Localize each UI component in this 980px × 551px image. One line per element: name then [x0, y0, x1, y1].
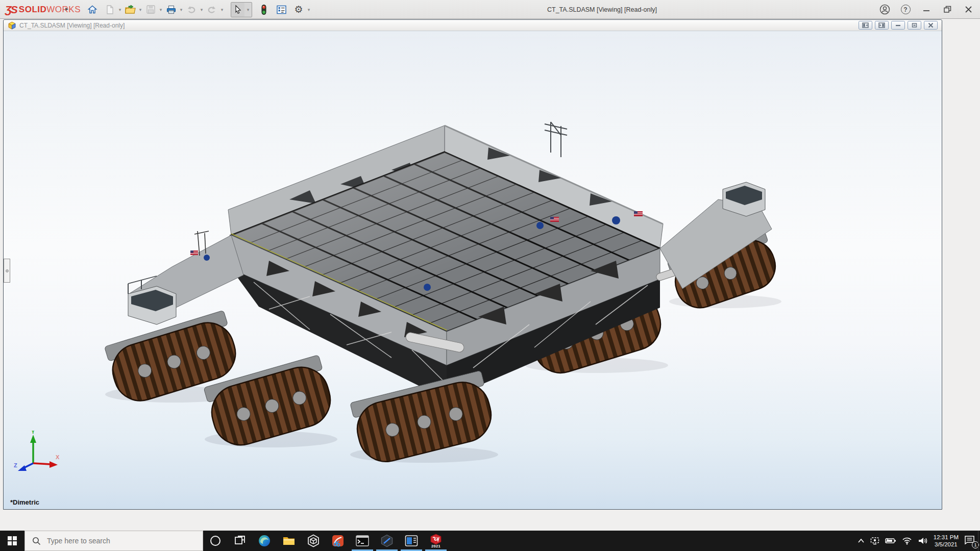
taskbar-icon-solidworks[interactable]: 2021: [424, 531, 448, 551]
help-button[interactable]: ?: [899, 3, 912, 16]
doc-minimize-icon: [895, 22, 901, 28]
taskbar-icon-media-app[interactable]: [399, 531, 424, 551]
featuremanager-splitter-handle[interactable]: [4, 259, 10, 283]
splitter-dot: [6, 269, 9, 272]
new-document-caret[interactable]: ▾: [116, 3, 124, 17]
titlebar-right-controls: ?: [878, 0, 975, 19]
battery-charging-icon[interactable]: [885, 537, 896, 544]
volume-icon[interactable]: [918, 537, 928, 545]
save-button[interactable]: [144, 3, 157, 17]
screen: ƷS SOLIDWORKS ▸ ▾ ▾ ▾ ▾: [0, 0, 980, 551]
print-button[interactable]: [164, 3, 178, 17]
minimize-icon: [923, 6, 930, 13]
rear-crane-mast: [545, 122, 567, 157]
doc-restore-icon: [911, 22, 918, 28]
task-view-icon: [234, 535, 246, 547]
edge-icon: [258, 534, 271, 547]
pane-collapse-left-button[interactable]: [859, 21, 872, 30]
new-document-button[interactable]: [103, 3, 116, 17]
resource-monitor-button[interactable]: [257, 3, 271, 17]
triad-y-label: Y: [31, 431, 35, 435]
snip-sketch-icon: [331, 534, 345, 547]
undo-icon: [186, 5, 197, 14]
redo-button[interactable]: [205, 3, 218, 17]
cortana-icon: [209, 535, 222, 547]
assembly-cube-icon: [8, 21, 16, 30]
pane-collapse-right-icon: [878, 22, 885, 28]
account-button[interactable]: [878, 3, 891, 16]
open-caret[interactable]: ▾: [137, 3, 144, 17]
clock-time: 12:31 PM: [934, 534, 959, 541]
redo-caret[interactable]: ▾: [218, 3, 226, 17]
app-titlebar: ƷS SOLIDWORKS ▸ ▾ ▾ ▾ ▾: [0, 0, 980, 19]
restore-button[interactable]: [941, 3, 954, 16]
action-center-button[interactable]: 1: [964, 535, 978, 547]
main-toolbar: ▾ ▾ ▾ ▾ ▾ ▾: [86, 0, 312, 19]
taskbar-icon-terminal[interactable]: [350, 531, 375, 551]
taskbar-search[interactable]: [24, 531, 203, 551]
doc-close-button[interactable]: [924, 21, 938, 30]
taskbar-icon-cortana[interactable]: [203, 531, 228, 551]
taskbar-icon-file-explorer[interactable]: [277, 531, 301, 551]
taskbar-icon-snip-sketch[interactable]: [326, 531, 350, 551]
tray-expand-chevron-icon[interactable]: [857, 538, 865, 544]
orientation-triad: Y X Z: [13, 431, 62, 473]
close-button[interactable]: [962, 3, 975, 16]
solidworks-year-label: 2021: [431, 544, 440, 548]
taskbar-icon-3dexperience[interactable]: [375, 531, 399, 551]
triad-x-label: X: [56, 454, 60, 460]
print-caret[interactable]: ▾: [178, 3, 185, 17]
app-title: CT_TA.SLDASM [Viewing] [Read-only]: [547, 0, 657, 19]
options-button[interactable]: ⚙: [292, 3, 305, 17]
crawler-transporter-model: [4, 31, 942, 509]
doc-minimize-button[interactable]: [891, 21, 905, 30]
traffic-light-icon: [260, 4, 268, 15]
start-button[interactable]: [0, 531, 24, 551]
menu-expand-arrow-icon[interactable]: ▸: [65, 5, 68, 12]
new-document-icon: [105, 5, 114, 15]
search-icon: [32, 537, 41, 545]
show-desktop-button[interactable]: [978, 531, 980, 551]
doc-restore-button[interactable]: [908, 21, 921, 30]
taskbar-icon-edge[interactable]: [252, 531, 277, 551]
select-tool-caret[interactable]: ▾: [244, 3, 252, 17]
system-tray: 12:31 PM 3/5/2021 1: [857, 531, 978, 551]
doc-close-icon: [927, 22, 934, 28]
display-pane-button[interactable]: [275, 3, 288, 17]
pane-collapse-right-button[interactable]: [875, 21, 889, 30]
options-caret[interactable]: ▾: [305, 3, 312, 17]
brand-works-text: WORKS: [46, 5, 81, 14]
file-explorer-icon: [282, 535, 296, 547]
home-icon: [87, 5, 97, 15]
taskbar-clock[interactable]: 12:31 PM 3/5/2021: [934, 534, 959, 548]
pane-collapse-left-icon: [862, 22, 869, 28]
taskbar-icon-task-view[interactable]: [228, 531, 252, 551]
select-tool-group: ▾: [231, 2, 252, 17]
tray-display-icon[interactable]: [870, 537, 879, 545]
restore-icon: [943, 5, 952, 14]
3d-viewport[interactable]: Y X Z *Dimetric: [4, 31, 942, 509]
document-window-controls: [859, 21, 938, 30]
select-tool-button[interactable]: [231, 3, 244, 17]
clock-date: 3/5/2021: [935, 541, 958, 548]
taskbar: 2021 12:31 PM 3/5/2021: [0, 531, 980, 551]
search-input[interactable]: [46, 536, 179, 545]
taskbar-icon-3d-viewer[interactable]: [301, 531, 326, 551]
print-icon: [166, 5, 177, 15]
open-button[interactable]: [124, 3, 137, 17]
save-caret[interactable]: ▾: [157, 3, 164, 17]
taskbar-app-icons: 2021: [203, 531, 448, 551]
document-titlebar: CT_TA.SLDASM [Viewing] [Read-only]: [4, 20, 942, 31]
brand-solid-text: SOLID: [19, 5, 46, 14]
home-button[interactable]: [86, 3, 99, 17]
document-window: CT_TA.SLDASM [Viewing] [Read-only]: [3, 19, 942, 510]
undo-button[interactable]: [185, 3, 198, 17]
solidworks-logo: ƷS SOLIDWORKS: [5, 0, 81, 19]
3dexperience-icon: [380, 534, 394, 547]
wifi-icon[interactable]: [902, 537, 912, 545]
3d-viewer-icon: [307, 534, 320, 547]
minimize-button[interactable]: [920, 3, 933, 16]
terminal-icon: [356, 535, 369, 546]
gear-icon: ⚙: [294, 4, 303, 15]
undo-caret[interactable]: ▾: [198, 3, 205, 17]
